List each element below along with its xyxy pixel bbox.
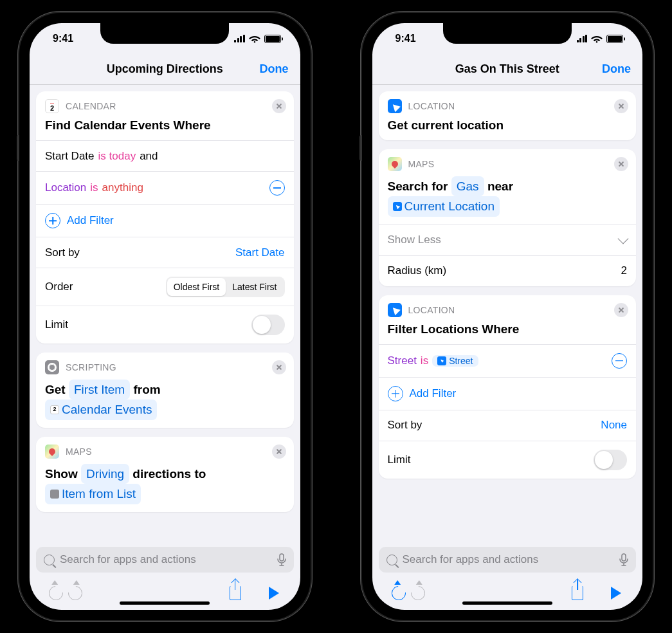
radius-label: Radius (km) bbox=[388, 264, 447, 277]
remove-action-button[interactable] bbox=[614, 303, 628, 317]
action-category-label: CALENDAR bbox=[66, 101, 116, 111]
filter-field[interactable]: Location bbox=[45, 181, 86, 194]
action-title-composite: Show Driving directions to Item from Lis… bbox=[36, 463, 294, 512]
plus-icon bbox=[388, 386, 403, 401]
home-indicator[interactable] bbox=[462, 601, 552, 605]
remove-action-button[interactable] bbox=[272, 99, 286, 113]
wifi-icon bbox=[249, 35, 260, 43]
battery-icon bbox=[606, 35, 623, 43]
remove-filter-button[interactable] bbox=[269, 180, 285, 196]
done-button[interactable]: Done bbox=[260, 62, 289, 76]
segment-latest-first[interactable]: Latest First bbox=[226, 278, 283, 296]
filter-row[interactable]: Location is anything bbox=[36, 171, 294, 204]
limit-toggle[interactable] bbox=[251, 315, 285, 335]
share-button[interactable] bbox=[568, 583, 587, 603]
filter-field[interactable]: Start Date bbox=[45, 150, 95, 163]
sort-label: Sort by bbox=[388, 419, 422, 432]
param-gas[interactable]: Gas bbox=[451, 176, 484, 196]
share-button[interactable] bbox=[226, 583, 245, 603]
action-word: directions to bbox=[132, 467, 206, 481]
nav-bar: Gas On This Street Done bbox=[372, 54, 643, 85]
run-button[interactable] bbox=[264, 583, 284, 603]
filter-field[interactable]: Street bbox=[388, 354, 417, 367]
show-less-toggle[interactable]: Show Less bbox=[379, 225, 637, 255]
redo-button[interactable] bbox=[66, 583, 85, 603]
filter-row[interactable]: Street is Street bbox=[379, 344, 637, 377]
add-filter-row[interactable]: Add Filter bbox=[379, 377, 637, 410]
action-filter-locations[interactable]: LOCATION Filter Locations Where Street i… bbox=[379, 295, 637, 479]
done-button[interactable]: Done bbox=[602, 62, 631, 76]
filter-value-variable[interactable]: Street bbox=[432, 355, 478, 367]
sort-row[interactable]: Sort by None bbox=[379, 410, 637, 441]
remove-action-button[interactable] bbox=[614, 157, 628, 171]
shortcut-editor[interactable]: LOCATION Get current location MAPS Searc… bbox=[372, 85, 643, 543]
undo-button[interactable] bbox=[389, 583, 408, 603]
action-word: Search for bbox=[388, 179, 448, 193]
limit-toggle[interactable] bbox=[594, 450, 627, 470]
param-item-from-list[interactable]: Item from List bbox=[45, 484, 141, 504]
action-get-item-from-list[interactable]: SCRIPTING Get First Item from Calendar E… bbox=[36, 353, 294, 428]
action-category-label: MAPS bbox=[408, 159, 435, 169]
remove-filter-button[interactable] bbox=[612, 353, 627, 369]
search-input[interactable]: Search for apps and actions bbox=[379, 547, 637, 573]
param-first-item[interactable]: First Item bbox=[69, 380, 130, 399]
status-indicators bbox=[234, 35, 281, 43]
dictate-icon[interactable] bbox=[277, 553, 286, 566]
home-indicator[interactable] bbox=[120, 601, 210, 605]
add-filter-row[interactable]: Add Filter bbox=[36, 204, 294, 237]
sort-row[interactable]: Sort by Start Date bbox=[36, 237, 294, 268]
filter-operator[interactable]: is bbox=[90, 181, 98, 194]
param-calendar-events[interactable]: Calendar Events bbox=[45, 399, 157, 419]
action-category-label: MAPS bbox=[66, 446, 92, 457]
remove-action-button[interactable] bbox=[272, 445, 286, 459]
action-title: Get current location bbox=[379, 117, 637, 140]
filter-operator[interactable]: is bbox=[421, 354, 428, 367]
undo-button[interactable] bbox=[46, 583, 66, 603]
run-button[interactable] bbox=[606, 583, 626, 603]
action-show-directions[interactable]: MAPS Show Driving directions to Item fro… bbox=[36, 437, 294, 512]
shortcut-editor[interactable]: —2 CALENDAR Find Calendar Events Where S… bbox=[30, 85, 300, 543]
action-search-local-businesses[interactable]: MAPS Search for Gas near Current Locatio… bbox=[379, 149, 637, 286]
scripting-icon bbox=[45, 360, 59, 374]
page-title: Upcoming Directions bbox=[107, 62, 223, 76]
location-icon bbox=[388, 99, 402, 113]
maps-icon bbox=[45, 445, 59, 459]
svg-rect-0 bbox=[280, 554, 284, 561]
wifi-icon bbox=[591, 35, 603, 43]
search-input[interactable]: Search for apps and actions bbox=[36, 547, 294, 573]
action-title-composite: Get First Item from Calendar Events bbox=[36, 378, 294, 428]
radius-value[interactable]: 2 bbox=[621, 264, 627, 277]
search-icon bbox=[386, 555, 397, 565]
filter-value[interactable]: anything bbox=[102, 181, 143, 194]
limit-label: Limit bbox=[45, 318, 68, 331]
status-indicators bbox=[577, 35, 624, 43]
action-title: Find Calendar Events Where bbox=[36, 117, 294, 140]
action-get-current-location[interactable]: LOCATION Get current location bbox=[379, 91, 637, 140]
action-word: near bbox=[487, 179, 513, 193]
action-category-label: LOCATION bbox=[408, 101, 455, 111]
search-placeholder: Search for apps and actions bbox=[403, 553, 615, 566]
sort-value[interactable]: None bbox=[601, 419, 627, 432]
show-less-label: Show Less bbox=[388, 234, 441, 246]
radius-row[interactable]: Radius (km) 2 bbox=[379, 255, 637, 286]
action-find-calendar-events[interactable]: —2 CALENDAR Find Calendar Events Where S… bbox=[36, 91, 294, 344]
remove-action-button[interactable] bbox=[272, 360, 286, 374]
signal-icon bbox=[234, 35, 245, 42]
add-filter-label: Add Filter bbox=[67, 214, 114, 227]
action-category-label: LOCATION bbox=[408, 305, 455, 315]
filter-row[interactable]: Start Date is today and bbox=[36, 140, 294, 171]
filter-operator[interactable]: is today bbox=[98, 150, 136, 163]
search-placeholder: Search for apps and actions bbox=[60, 553, 272, 566]
segment-oldest-first[interactable]: Oldest First bbox=[167, 278, 226, 296]
svg-rect-1 bbox=[622, 554, 626, 561]
sort-value[interactable]: Start Date bbox=[235, 246, 285, 259]
filter-conjunction: and bbox=[140, 150, 158, 163]
action-title: Filter Locations Where bbox=[379, 321, 637, 344]
dictate-icon[interactable] bbox=[619, 553, 628, 566]
param-current-location[interactable]: Current Location bbox=[388, 196, 500, 216]
param-driving[interactable]: Driving bbox=[81, 464, 129, 484]
signal-icon bbox=[577, 35, 588, 42]
redo-button[interactable] bbox=[408, 583, 428, 603]
remove-action-button[interactable] bbox=[614, 99, 628, 113]
order-segmented[interactable]: Oldest First Latest First bbox=[166, 277, 285, 297]
